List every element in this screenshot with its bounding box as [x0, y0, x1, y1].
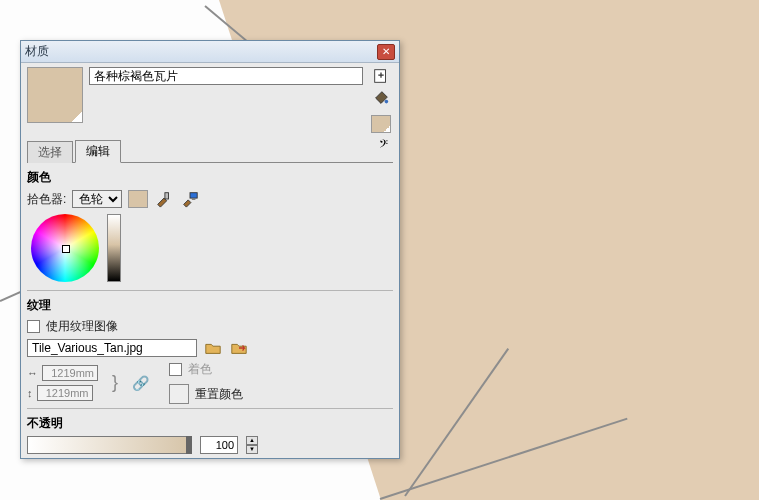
folder-arrow-icon [230, 338, 248, 358]
value-slider[interactable] [107, 214, 137, 282]
tab-select[interactable]: 选择 [27, 141, 73, 163]
eyedropper-icon: 𝄢 [379, 137, 388, 154]
height-arrows-icon: ↕ [27, 387, 33, 399]
svg-point-1 [385, 100, 389, 104]
match-object-color-button[interactable] [154, 190, 174, 208]
opacity-spin-up[interactable]: ▲ [246, 436, 258, 445]
texture-heading: 纹理 [27, 297, 393, 314]
svg-rect-2 [165, 193, 169, 199]
material-name-input[interactable] [89, 67, 363, 85]
paint-bucket-button[interactable] [371, 89, 391, 107]
opacity-heading: 不透明 [27, 415, 393, 432]
color-heading: 颜色 [27, 169, 393, 186]
eyedropper-button[interactable]: 𝄢 [373, 136, 393, 154]
titlebar[interactable]: 材质 ✕ [21, 41, 399, 63]
color-wheel-cursor[interactable] [62, 245, 70, 253]
paint-bucket-icon [372, 88, 390, 108]
match-screen-color-button[interactable] [180, 190, 200, 208]
materials-window: 材质 ✕ 选择 编辑 [20, 40, 400, 459]
edit-texture-button[interactable] [229, 339, 249, 357]
colorize-checkbox[interactable] [169, 363, 182, 376]
create-material-button[interactable] [371, 67, 391, 85]
current-color-swatch[interactable] [128, 190, 148, 208]
texture-width-input[interactable] [42, 365, 98, 381]
secondary-swatch[interactable] [371, 115, 391, 133]
material-swatch[interactable] [27, 67, 83, 123]
svg-rect-3 [190, 193, 197, 198]
reset-color-swatch[interactable] [169, 384, 189, 404]
close-button[interactable]: ✕ [377, 44, 395, 60]
plus-doc-icon [372, 66, 390, 86]
svg-rect-0 [375, 70, 386, 83]
window-title: 材质 [25, 43, 377, 60]
opacity-slider[interactable] [27, 436, 192, 454]
brush-monitor-icon [181, 189, 199, 209]
tabs: 选择 编辑 𝄢 [27, 139, 393, 163]
use-texture-checkbox[interactable] [27, 320, 40, 333]
opacity-spin-down[interactable]: ▼ [246, 445, 258, 454]
aspect-lock-button[interactable]: 🔗 [132, 375, 149, 391]
texture-height-input[interactable] [37, 385, 93, 401]
use-texture-label: 使用纹理图像 [46, 318, 118, 335]
color-wheel[interactable] [31, 214, 99, 282]
tab-edit[interactable]: 编辑 [75, 140, 121, 163]
opacity-value-input[interactable] [200, 436, 238, 454]
aspect-brace-icon: } [110, 372, 120, 393]
reset-color-label[interactable]: 重置颜色 [195, 386, 243, 403]
opacity-slider-thumb[interactable] [186, 436, 192, 454]
picker-label: 拾色器: [27, 191, 66, 208]
browse-texture-button[interactable] [203, 339, 223, 357]
color-picker-select[interactable]: 色轮 [72, 190, 122, 208]
texture-file-input[interactable] [27, 339, 197, 357]
width-arrows-icon: ↔ [27, 367, 38, 379]
folder-open-icon [204, 338, 222, 358]
close-icon: ✕ [382, 46, 390, 57]
brush-icon [155, 189, 173, 209]
colorize-label: 着色 [188, 361, 212, 378]
svg-rect-4 [192, 198, 196, 200]
